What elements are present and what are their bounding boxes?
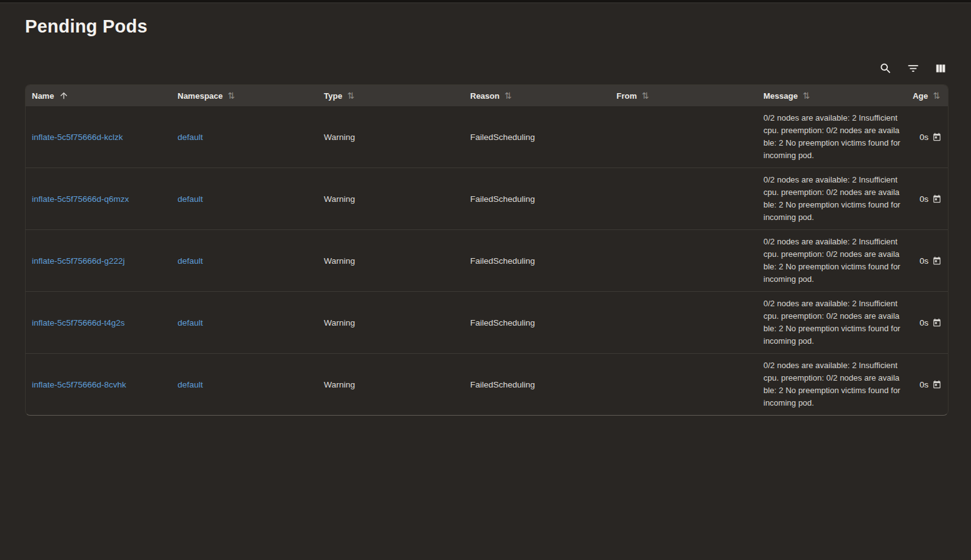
namespace-link[interactable]: default xyxy=(178,318,203,328)
namespace-cell: default xyxy=(178,132,324,142)
calendar-icon xyxy=(932,132,942,142)
calendar-icon xyxy=(932,194,942,204)
age-value: 0s xyxy=(920,256,928,266)
sort-icon: ⇅ xyxy=(505,91,512,100)
type-cell: Warning xyxy=(324,194,470,204)
table-toolbar xyxy=(25,60,948,76)
pending-pods-table: Name Namespace ⇅ Type ⇅ Reason ⇅ From ⇅ xyxy=(25,84,948,416)
namespace-cell: default xyxy=(178,194,324,204)
reason-cell: FailedScheduling xyxy=(470,318,616,328)
page-title: Pending Pods xyxy=(25,16,948,37)
reason-cell: FailedScheduling xyxy=(470,380,616,389)
column-label: Name xyxy=(32,91,54,101)
age-value: 0s xyxy=(920,132,928,142)
search-button[interactable] xyxy=(877,60,893,76)
filter-list-icon xyxy=(907,62,920,75)
reason-cell: FailedScheduling xyxy=(470,194,616,204)
name-cell: inflate-5c5f75666d-q6mzx xyxy=(32,194,178,204)
name-cell: inflate-5c5f75666d-8cvhk xyxy=(32,380,178,389)
message-cell: 0/2 nodes are available: 2 Insufficient … xyxy=(763,168,901,229)
age-value: 0s xyxy=(920,380,928,389)
column-label: Namespace xyxy=(178,91,223,101)
sort-ascending-icon xyxy=(59,91,69,101)
column-header-namespace[interactable]: Namespace ⇅ xyxy=(178,91,324,101)
table-row: inflate-5c5f75666d-t4g2s default Warning… xyxy=(26,292,948,354)
pending-pods-page: Pending Pods Name N xyxy=(0,16,971,416)
name-cell: inflate-5c5f75666d-kclzk xyxy=(32,132,178,142)
type-cell: Warning xyxy=(324,318,470,328)
namespace-link[interactable]: default xyxy=(178,194,203,204)
calendar-icon xyxy=(932,256,942,266)
pod-name-link[interactable]: inflate-5c5f75666d-8cvhk xyxy=(32,380,126,389)
pod-name-link[interactable]: inflate-5c5f75666d-g222j xyxy=(32,256,125,266)
type-cell: Warning xyxy=(324,380,470,389)
sort-icon: ⇅ xyxy=(347,91,355,100)
table-row: inflate-5c5f75666d-kclzk default Warning… xyxy=(26,106,948,168)
column-header-message[interactable]: Message ⇅ xyxy=(763,91,910,101)
search-icon xyxy=(879,62,892,75)
age-cell: 0s xyxy=(910,380,948,389)
message-cell: 0/2 nodes are available: 2 Insufficient … xyxy=(763,230,901,291)
calendar-icon xyxy=(932,318,942,328)
age-value: 0s xyxy=(920,194,928,204)
filter-button[interactable] xyxy=(905,60,921,76)
column-label: Reason xyxy=(470,91,500,101)
name-cell: inflate-5c5f75666d-t4g2s xyxy=(32,318,178,328)
age-cell: 0s xyxy=(910,318,948,328)
name-cell: inflate-5c5f75666d-g222j xyxy=(32,256,178,266)
age-cell: 0s xyxy=(910,256,948,266)
column-header-name[interactable]: Name xyxy=(32,91,178,101)
namespace-link[interactable]: default xyxy=(178,380,203,389)
table-row: inflate-5c5f75666d-g222j default Warning… xyxy=(26,230,948,292)
sort-icon: ⇅ xyxy=(933,91,940,100)
message-cell: 0/2 nodes are available: 2 Insufficient … xyxy=(763,354,901,415)
table-header-row: Name Namespace ⇅ Type ⇅ Reason ⇅ From ⇅ xyxy=(26,85,948,106)
table-row: inflate-5c5f75666d-8cvhk default Warning… xyxy=(26,354,948,415)
namespace-cell: default xyxy=(178,318,324,328)
age-value: 0s xyxy=(920,318,928,328)
view-columns-icon xyxy=(934,62,947,75)
column-label: Type xyxy=(324,91,342,101)
type-cell: Warning xyxy=(324,256,470,266)
age-cell: 0s xyxy=(910,194,948,204)
top-strip xyxy=(0,0,971,3)
pod-name-link[interactable]: inflate-5c5f75666d-q6mzx xyxy=(32,194,129,204)
age-cell: 0s xyxy=(910,132,948,142)
columns-button[interactable] xyxy=(932,60,948,76)
reason-cell: FailedScheduling xyxy=(470,132,616,142)
namespace-link[interactable]: default xyxy=(178,256,203,266)
column-header-type[interactable]: Type ⇅ xyxy=(324,91,470,101)
namespace-cell: default xyxy=(178,256,324,266)
reason-cell: FailedScheduling xyxy=(470,256,616,266)
table-row: inflate-5c5f75666d-q6mzx default Warning… xyxy=(26,168,948,230)
column-label: From xyxy=(616,91,637,101)
column-label: Age xyxy=(913,91,928,101)
sort-icon: ⇅ xyxy=(228,91,235,100)
pod-name-link[interactable]: inflate-5c5f75666d-kclzk xyxy=(32,132,123,142)
calendar-icon xyxy=(932,380,942,389)
table-body: inflate-5c5f75666d-kclzk default Warning… xyxy=(26,106,948,415)
sort-icon: ⇅ xyxy=(642,91,650,100)
pod-name-link[interactable]: inflate-5c5f75666d-t4g2s xyxy=(32,318,125,328)
namespace-link[interactable]: default xyxy=(178,132,203,142)
namespace-cell: default xyxy=(178,380,324,389)
column-header-age[interactable]: Age ⇅ xyxy=(910,91,948,101)
sort-icon: ⇅ xyxy=(803,91,810,100)
column-header-from[interactable]: From ⇅ xyxy=(616,91,763,101)
message-cell: 0/2 nodes are available: 2 Insufficient … xyxy=(763,292,901,353)
message-cell: 0/2 nodes are available: 2 Insufficient … xyxy=(763,106,901,168)
column-label: Message xyxy=(763,91,798,101)
column-header-reason[interactable]: Reason ⇅ xyxy=(470,91,616,101)
type-cell: Warning xyxy=(324,132,470,142)
